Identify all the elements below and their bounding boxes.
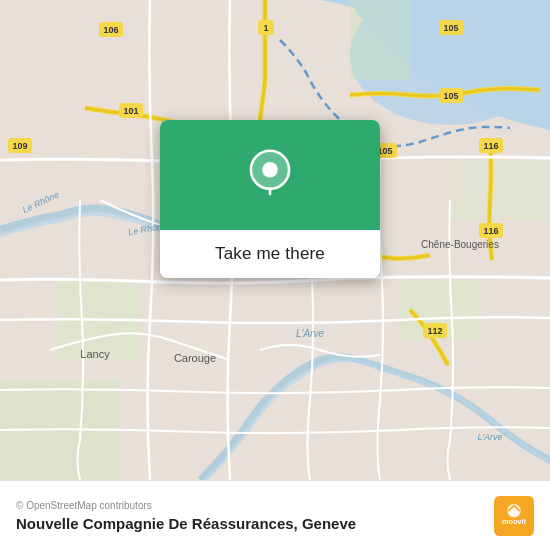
svg-text:116: 116 [483,141,498,151]
svg-text:L'Arve: L'Arve [477,432,502,442]
svg-rect-6 [450,160,550,220]
svg-text:112: 112 [427,326,442,336]
svg-text:109: 109 [12,141,27,151]
svg-text:105: 105 [443,23,458,33]
popup-card: Take me there [160,120,380,278]
svg-text:moovit: moovit [502,517,527,526]
svg-text:Carouge: Carouge [174,352,216,364]
svg-text:116: 116 [483,226,498,236]
svg-text:101: 101 [123,106,138,116]
svg-text:1: 1 [263,23,268,33]
location-pin-icon [244,149,296,201]
svg-text:L'Arve: L'Arve [296,328,324,339]
svg-rect-3 [350,0,410,80]
bottom-info: © OpenStreetMap contributors Nouvelle Co… [16,500,356,532]
svg-text:Lancy: Lancy [80,348,110,360]
popup-green-area [160,120,380,230]
svg-point-38 [262,162,278,178]
place-name: Nouvelle Compagnie De Réassurances, Gene… [16,515,356,532]
copyright-text: © OpenStreetMap contributors [16,500,356,511]
take-me-there-button[interactable]: Take me there [160,230,380,278]
moovit-icon: moovit [494,496,534,536]
svg-text:106: 106 [103,25,118,35]
map-container: 106 1 105 105 116 101 109 105 116 111 11… [0,0,550,480]
svg-text:105: 105 [443,91,458,101]
moovit-logo: moovit [494,496,534,536]
bottom-bar: © OpenStreetMap contributors Nouvelle Co… [0,480,550,550]
svg-text:Chêne-Bougeries: Chêne-Bougeries [421,239,499,250]
